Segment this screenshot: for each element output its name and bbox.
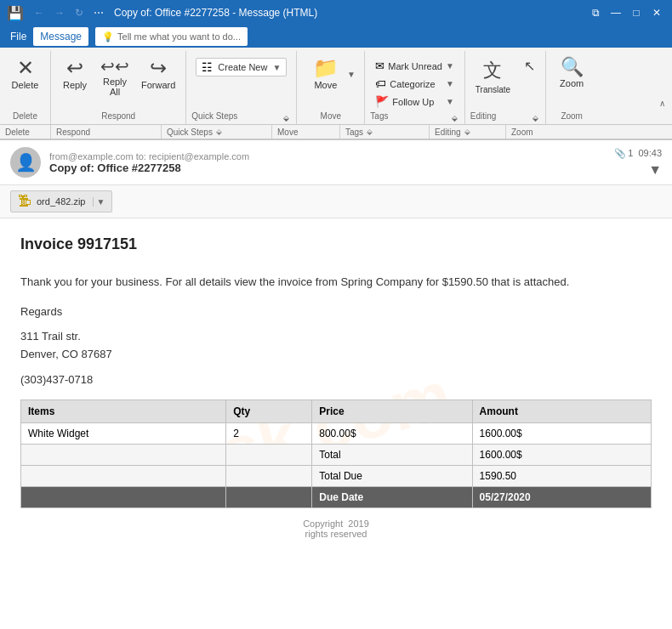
due-date-label: Due Date — [312, 487, 472, 508]
reply-all-label: ReplyAll — [103, 76, 127, 97]
create-new-button[interactable]: ☷ Create New ▼ — [196, 58, 287, 76]
ribbon-group-respond: ↩ Reply ↩↩ ReplyAll ↪ Forward Respond — [51, 51, 186, 124]
editing-expand-icon[interactable]: ⬙ — [531, 112, 540, 124]
forward-arrow[interactable]: → — [51, 5, 68, 20]
forward-icon: ↪ — [150, 58, 167, 78]
address-line1: 311 Trail str. — [20, 330, 81, 343]
group-move-label: Move — [321, 110, 341, 124]
mark-unread-icon: ✉ — [375, 60, 384, 72]
follow-up-arrow: ▼ — [446, 97, 454, 106]
ribbon-bottom-respond: Respond — [51, 125, 162, 139]
delete-icon: ✕ — [17, 58, 34, 78]
ribbon-bottom-editing: Editing ⬙ — [430, 125, 506, 139]
expand-email-button[interactable]: ▼ — [648, 162, 662, 178]
due-date-value: 05/27/2020 — [472, 487, 651, 508]
group-quick-label: Quick Steps — [191, 110, 237, 124]
bottom-editing-label: Editing — [435, 128, 461, 137]
ribbon: ✕ Delete Delete ↩ Reply ↩↩ ReplyAll ↪ Fo… — [0, 48, 672, 125]
back-arrow[interactable]: ← — [31, 5, 48, 20]
reply-icon: ↩ — [66, 58, 83, 78]
menu-file[interactable]: File — [3, 27, 33, 46]
translate-button[interactable]: 文 Translate — [470, 54, 515, 98]
categorize-icon: 🏷 — [375, 77, 386, 90]
maximize-button[interactable]: □ — [628, 4, 645, 21]
ribbon-collapse-icon[interactable]: ∧ — [659, 99, 669, 108]
tags-expand-icon[interactable]: ⬙ — [450, 112, 459, 124]
tell-me-placeholder: Tell me what you want to do... — [117, 31, 241, 42]
reply-button[interactable]: ↩ Reply — [56, 54, 94, 94]
quick-steps-expand-icon[interactable]: ⬙ — [282, 112, 291, 124]
ribbon-bottom-delete: Delete — [0, 125, 51, 139]
zip-icon: 🗜 — [18, 194, 31, 209]
forward-button[interactable]: ↪ Forward — [136, 54, 180, 94]
group-editing-label: Editing — [470, 110, 497, 124]
address-line2: Denver, CO 87687 — [20, 348, 112, 360]
follow-up-button[interactable]: 🚩 Follow Up ▼ — [370, 94, 458, 110]
menu-message[interactable]: Message — [33, 27, 88, 46]
ribbon-group-quick-steps: ☷ Create New ▼ Quick Steps ⬙ — [186, 51, 297, 124]
minimize-button[interactable]: — — [607, 4, 624, 21]
col-qty: Qty — [226, 400, 312, 423]
col-price: Price — [312, 400, 472, 423]
categorize-arrow: ▼ — [446, 79, 454, 88]
follow-up-label: Follow Up — [392, 97, 434, 107]
delete-label: Delete — [12, 80, 39, 90]
ribbon-bottom-zoom: Zoom — [506, 125, 557, 139]
close-button[interactable]: ✕ — [648, 4, 665, 21]
delete-button[interactable]: ✕ Delete — [7, 54, 44, 94]
bottom-tags-expand[interactable]: ⬙ — [367, 128, 373, 136]
bottom-zoom-label: Zoom — [511, 128, 533, 137]
ribbon-bottom-tags: Tags ⬙ — [340, 125, 430, 139]
bottom-move-label: Move — [277, 128, 298, 137]
col-amount: Amount — [472, 400, 651, 423]
menu-bar: File Message 💡 Tell me what you want to … — [0, 26, 672, 48]
categorize-button[interactable]: 🏷 Categorize ▼ — [370, 76, 458, 92]
move-dropdown-icon[interactable]: ▼ — [347, 68, 357, 81]
refresh-arrow[interactable]: ↻ — [71, 5, 87, 20]
col-items: Items — [21, 400, 226, 423]
ribbon-group-tags: ✉ Mark Unread ▼ 🏷 Categorize ▼ 🚩 Follow … — [365, 51, 464, 124]
due-date-row: Due Date 05/27/2020 — [21, 487, 652, 508]
translate-label: Translate — [476, 85, 510, 94]
more-arrow[interactable]: ⋯ — [90, 5, 107, 20]
file-name: ord_482.zip — [37, 196, 86, 207]
lightbulb-icon: 💡 — [102, 31, 114, 42]
title-bar: 💾 ← → ↻ ⋯ Copy of: Office #2277258 - Mes… — [0, 0, 672, 26]
ribbon-bottom-bar: Delete Respond Quick Steps ⬙ Move Tags ⬙… — [0, 125, 672, 140]
total-due-label: Total Due — [312, 466, 472, 487]
invoice-phone: (303)437-0718 — [20, 373, 652, 386]
email-header-right: 📎 1 09:43 ▼ — [614, 148, 662, 178]
bottom-delete-label: Delete — [5, 128, 30, 137]
create-new-label: Create New — [218, 62, 267, 72]
mark-unread-arrow: ▼ — [446, 61, 454, 71]
create-new-icon: ☷ — [202, 60, 213, 74]
reply-all-button[interactable]: ↩↩ ReplyAll — [95, 54, 134, 100]
invoice-table: Items Qty Price Amount White Widget 2 80… — [20, 400, 652, 508]
bottom-quick-expand[interactable]: ⬙ — [216, 128, 222, 136]
attachment-count: 📎 1 — [614, 148, 633, 159]
translate-icon: 文 — [483, 58, 502, 83]
move-button[interactable]: 📁 Move — [305, 54, 347, 94]
file-dropdown-icon[interactable]: ▼ — [93, 197, 105, 207]
bottom-editing-expand[interactable]: ⬙ — [464, 128, 470, 136]
table-row: White Widget 2 800.00$ 1600.00$ — [21, 423, 652, 445]
invoice-address: 311 Trail str. Denver, CO 87687 — [20, 328, 652, 364]
email-body: sk.com Invoice 9917151 Thank you for you… — [0, 218, 672, 629]
bottom-quick-label: Quick Steps — [167, 128, 213, 137]
mark-unread-button[interactable]: ✉ Mark Unread ▼ — [370, 58, 458, 74]
invoice-body-text: Thank you for your business. For all det… — [20, 274, 652, 292]
cursor-button[interactable]: ↖ — [519, 54, 540, 77]
tile-icon[interactable]: ⧉ — [587, 4, 604, 21]
email-content: Invoice 9917151 Thank you for your busin… — [20, 235, 652, 539]
forward-label: Forward — [141, 80, 175, 90]
ribbon-group-editing: 文 Translate ↖ Editing ⬙ — [465, 51, 546, 124]
attachment-file[interactable]: 🗜 ord_482.zip ▼ — [10, 190, 112, 212]
zoom-button[interactable]: 🔍 Zoom — [553, 54, 590, 92]
total-value: 1600.00$ — [472, 445, 651, 466]
ribbon-bottom-quick: Quick Steps ⬙ — [162, 125, 272, 139]
total-due-value: 1590.50 — [472, 466, 651, 487]
group-zoom-label: Zoom — [561, 110, 583, 124]
total-due-row: Total Due 1590.50 — [21, 466, 652, 487]
reply-all-icon: ↩↩ — [100, 58, 129, 75]
tell-me-box[interactable]: 💡 Tell me what you want to do... — [95, 27, 248, 46]
